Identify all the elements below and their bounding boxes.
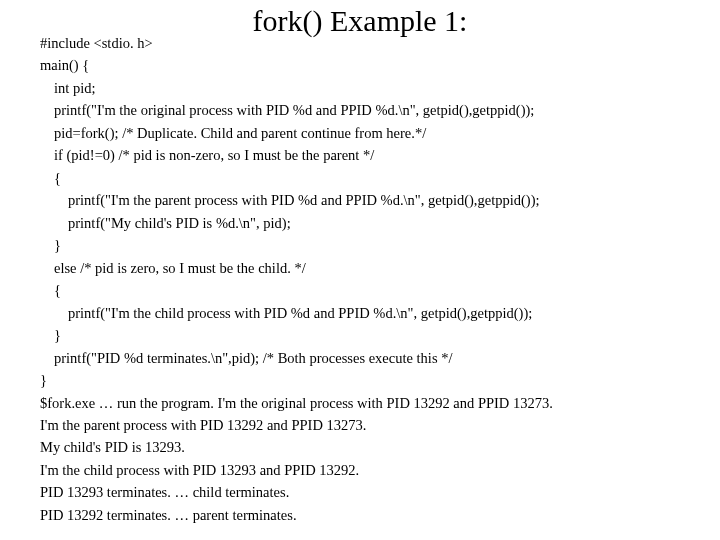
code-block: #include <stdio. h>main() {int pid;print…: [40, 32, 680, 526]
code-line: }: [40, 369, 680, 391]
code-line: pid=fork(); /* Duplicate. Child and pare…: [40, 122, 680, 144]
code-line: I'm the parent process with PID 13292 an…: [40, 414, 680, 436]
code-line: else /* pid is zero, so I must be the ch…: [40, 257, 680, 279]
code-line: printf("I'm the original process with PI…: [40, 99, 680, 121]
code-line: PID 13293 terminates. … child terminates…: [40, 481, 680, 503]
code-line: {: [40, 279, 680, 301]
code-line: printf("My child's PID is %d.\n", pid);: [40, 212, 680, 234]
code-line: int pid;: [40, 77, 680, 99]
code-line: printf("I'm the child process with PID %…: [40, 302, 680, 324]
code-line: main() {: [40, 54, 680, 76]
code-line: PID 13292 terminates. … parent terminate…: [40, 504, 680, 526]
code-line: I'm the child process with PID 13293 and…: [40, 459, 680, 481]
code-line: $fork.exe … run the program. I'm the ori…: [40, 392, 680, 414]
code-line: }: [40, 324, 680, 346]
code-line: }: [40, 234, 680, 256]
code-line: {: [40, 167, 680, 189]
code-line: My child's PID is 13293.: [40, 436, 680, 458]
code-line: if (pid!=0) /* pid is non-zero, so I mus…: [40, 144, 680, 166]
code-line: printf("I'm the parent process with PID …: [40, 189, 680, 211]
code-line: printf("PID %d terminates.\n",pid); /* B…: [40, 347, 680, 369]
page-title: fork() Example 1:: [0, 4, 720, 38]
